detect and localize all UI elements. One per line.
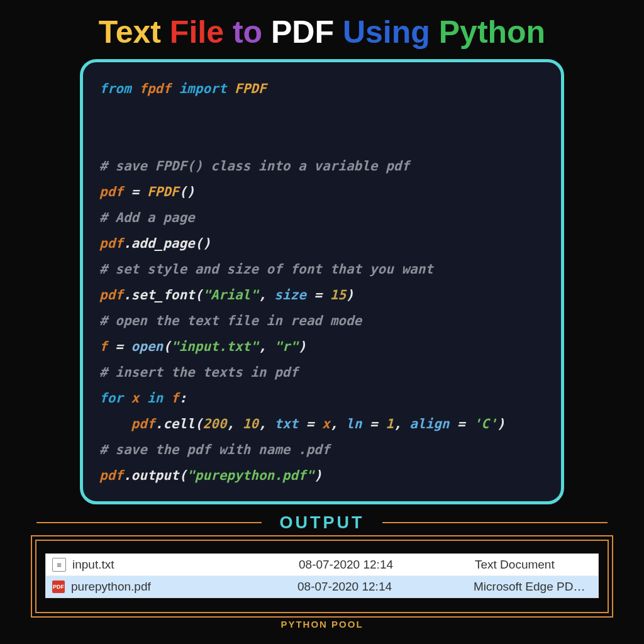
output-label: OUTPUT bbox=[269, 513, 376, 533]
title-word-2: File bbox=[170, 14, 224, 50]
file-name: input.txt bbox=[72, 558, 299, 572]
output-panel-inner: input.txt 08-07-2020 12:14 Text Document… bbox=[35, 540, 609, 613]
code-card: from fpdf import FPDF # save FPDF() clas… bbox=[80, 59, 564, 504]
title-word-5: Using bbox=[343, 14, 430, 50]
file-date: 08-07-2020 12:14 bbox=[297, 580, 474, 594]
title-word-3: to bbox=[233, 14, 262, 50]
output-panel: input.txt 08-07-2020 12:14 Text Document… bbox=[31, 535, 613, 618]
text-file-icon bbox=[52, 558, 66, 572]
code-block: from fpdf import FPDF # save FPDF() clas… bbox=[99, 76, 556, 489]
divider-line-right bbox=[382, 522, 608, 523]
page-title: Text File to PDF Using Python bbox=[0, 0, 644, 50]
file-date: 08-07-2020 12:14 bbox=[299, 558, 475, 572]
file-row[interactable]: input.txt 08-07-2020 12:14 Text Document bbox=[46, 554, 598, 576]
output-divider: OUTPUT bbox=[0, 513, 644, 533]
title-word-6: Python bbox=[439, 14, 545, 50]
file-list: input.txt 08-07-2020 12:14 Text Document… bbox=[45, 553, 599, 598]
divider-line-left bbox=[36, 522, 262, 523]
title-word-4: PDF bbox=[271, 14, 334, 50]
footer-brand: PYTHON POOL bbox=[0, 619, 644, 630]
pdf-file-icon: PDF bbox=[52, 580, 65, 593]
file-name: purepython.pdf bbox=[71, 580, 297, 594]
title-word-1: Text bbox=[99, 14, 161, 50]
file-row[interactable]: PDF purepython.pdf 08-07-2020 12:14 Micr… bbox=[46, 576, 598, 597]
file-type: Microsoft Edge PD… bbox=[474, 580, 592, 594]
file-type: Text Document bbox=[475, 558, 592, 572]
